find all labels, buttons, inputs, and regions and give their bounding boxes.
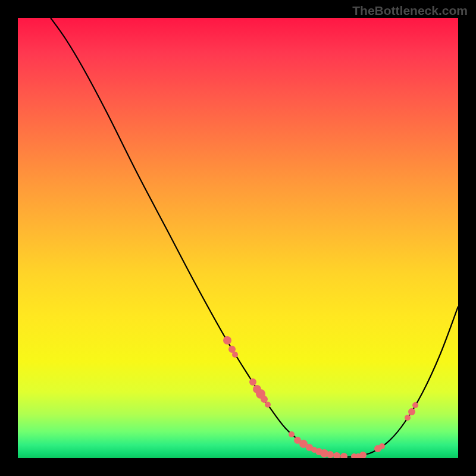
data-marker <box>223 336 231 345</box>
data-markers <box>223 336 418 458</box>
watermark: TheBottleneck.com <box>352 4 468 18</box>
data-marker <box>232 352 238 358</box>
data-marker <box>412 402 418 408</box>
data-marker <box>265 402 271 408</box>
chart-svg <box>18 18 458 458</box>
data-marker <box>333 452 340 458</box>
data-marker <box>408 408 415 415</box>
data-marker <box>289 431 295 437</box>
data-marker <box>340 453 347 458</box>
data-marker <box>327 451 334 458</box>
data-marker <box>379 443 385 449</box>
data-marker <box>249 378 256 386</box>
data-marker <box>261 396 268 403</box>
data-marker <box>405 415 411 421</box>
data-marker <box>359 452 367 458</box>
chart-area <box>18 18 458 458</box>
